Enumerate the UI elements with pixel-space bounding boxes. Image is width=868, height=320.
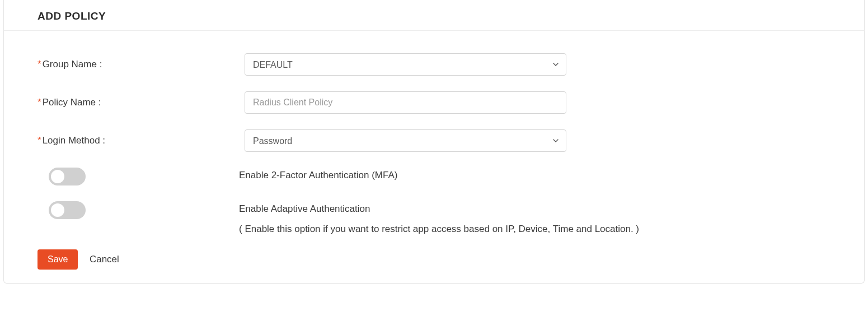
required-star: *	[37, 135, 41, 146]
form-actions: Save Cancel	[4, 247, 864, 272]
policy-name-input-col	[245, 91, 566, 114]
adaptive-label-block: Enable Adaptive Authentication ( Enable …	[239, 201, 639, 235]
login-method-input-col: Password	[245, 129, 566, 152]
group-name-label-text: Group Name :	[43, 59, 102, 69]
policy-name-label: *Policy Name :	[37, 97, 245, 108]
add-policy-card: ADD POLICY *Group Name : DEFAULT *Policy…	[3, 0, 865, 284]
login-method-label: *Login Method :	[37, 135, 245, 146]
toggle-knob	[51, 203, 64, 217]
required-star: *	[37, 97, 41, 108]
adaptive-label: Enable Adaptive Authentication	[239, 201, 639, 215]
toggle-knob	[51, 170, 64, 183]
group-name-select[interactable]: DEFAULT	[245, 53, 566, 76]
policy-name-input[interactable]	[245, 91, 566, 114]
adaptive-toggle-col	[37, 201, 239, 219]
mfa-toggle-col	[37, 168, 239, 185]
mfa-row: Enable 2-Factor Authentication (MFA)	[37, 168, 831, 185]
login-method-row: *Login Method : Password	[37, 129, 831, 152]
save-button[interactable]: Save	[37, 249, 78, 270]
mfa-label: Enable 2-Factor Authentication (MFA)	[239, 168, 397, 181]
group-name-label: *Group Name :	[37, 59, 245, 70]
card-header: ADD POLICY	[4, 0, 864, 31]
adaptive-hint: ( Enable this option if you want to rest…	[239, 224, 639, 235]
group-name-input-col: DEFAULT	[245, 53, 566, 76]
required-star: *	[37, 59, 41, 69]
page-title: ADD POLICY	[37, 10, 831, 22]
adaptive-row: Enable Adaptive Authentication ( Enable …	[37, 201, 831, 235]
group-name-row: *Group Name : DEFAULT	[37, 53, 831, 76]
mfa-toggle[interactable]	[49, 168, 86, 185]
form-body: *Group Name : DEFAULT *Policy Name : *Lo…	[4, 31, 864, 247]
cancel-button[interactable]: Cancel	[90, 254, 119, 265]
login-method-select[interactable]: Password	[245, 129, 566, 152]
policy-name-label-text: Policy Name :	[43, 97, 101, 108]
login-method-label-text: Login Method :	[43, 135, 105, 146]
adaptive-toggle[interactable]	[49, 201, 86, 219]
policy-name-row: *Policy Name :	[37, 91, 831, 114]
